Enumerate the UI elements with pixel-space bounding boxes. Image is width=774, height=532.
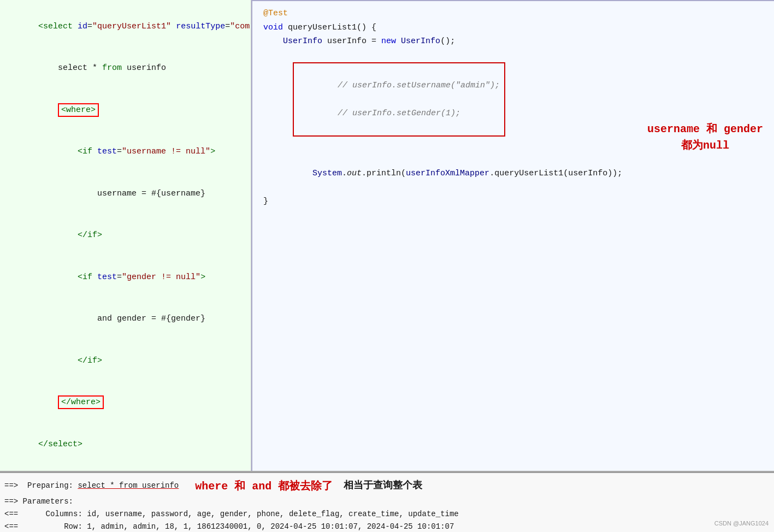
row-1: <== Row: 1, admin, admin, 18, 1, 1861234… bbox=[4, 521, 765, 532]
where-close-tag: </where> bbox=[58, 395, 104, 409]
java-sysout: System.out.println(userInfoXmlMapper.que… bbox=[263, 152, 763, 194]
xml-line-2: select * from userinfo bbox=[9, 48, 242, 90]
null-annotation: username 和 gender 都为null bbox=[647, 121, 763, 154]
xml-line-if2: <if test="gender != null"> bbox=[9, 256, 242, 298]
xml-line-gender: and gender = #{gender} bbox=[9, 298, 242, 340]
where-removed-note: where 和 and 都被去除了 bbox=[195, 477, 333, 495]
xml-panel: <select id="queryUserList1" resultType="… bbox=[0, 0, 251, 471]
xml-line-select-close: </select> bbox=[9, 423, 242, 465]
watermark: CSDN @JANG1024 bbox=[714, 520, 769, 527]
xml-line-endif2: </if> bbox=[9, 340, 242, 382]
xml-line-endif1: </if> bbox=[9, 215, 242, 257]
columns-line: <== Columns: id, username, password, age… bbox=[4, 508, 765, 521]
java-closing-brace: } bbox=[263, 194, 763, 209]
console-panel: ==> Preparing: select * from userinfo wh… bbox=[0, 472, 774, 533]
xml-line-username: username = #{username} bbox=[9, 173, 242, 215]
xml-line-1: <select id="queryUserList1" resultType="… bbox=[9, 5, 242, 48]
where-open-tag: <where> bbox=[58, 103, 99, 117]
preparing-row: ==> Preparing: select * from userinfo wh… bbox=[4, 477, 765, 495]
preparing-text: ==> Preparing: select * from userinfo bbox=[4, 480, 179, 492]
java-panel: @Test void queryUserList1() { UserInfo u… bbox=[251, 0, 774, 471]
xml-line-if1: <if test="username != null"> bbox=[9, 131, 242, 173]
query-all-note: 相当于查询整个表 bbox=[344, 478, 422, 494]
xml-line-where-open: <where> bbox=[9, 89, 242, 131]
parameters-line: ==> Parameters: bbox=[4, 495, 765, 508]
java-method-sig: void queryUserList1() { bbox=[263, 21, 763, 35]
xml-line-where-close: </where> bbox=[9, 382, 242, 424]
java-userinfo-init: UserInfo userInfo = new UserInfo(); bbox=[263, 34, 763, 49]
java-annotation: @Test bbox=[263, 7, 763, 21]
